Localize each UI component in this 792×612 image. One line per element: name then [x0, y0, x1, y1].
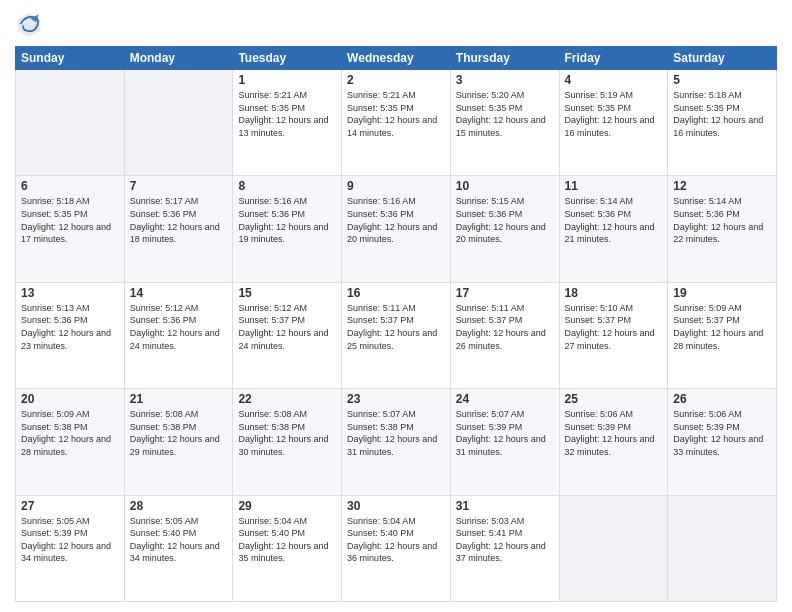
- calendar-cell: 28Sunrise: 5:05 AMSunset: 5:40 PMDayligh…: [124, 495, 233, 601]
- day-info: Sunrise: 5:06 AMSunset: 5:39 PMDaylight:…: [565, 408, 663, 458]
- day-info: Sunrise: 5:18 AMSunset: 5:35 PMDaylight:…: [21, 195, 119, 245]
- day-info: Sunrise: 5:16 AMSunset: 5:36 PMDaylight:…: [238, 195, 336, 245]
- calendar-cell: 29Sunrise: 5:04 AMSunset: 5:40 PMDayligh…: [233, 495, 342, 601]
- calendar-cell: 26Sunrise: 5:06 AMSunset: 5:39 PMDayligh…: [668, 389, 777, 495]
- day-info: Sunrise: 5:09 AMSunset: 5:38 PMDaylight:…: [21, 408, 119, 458]
- day-number: 7: [130, 179, 228, 193]
- day-number: 25: [565, 392, 663, 406]
- calendar-cell: 12Sunrise: 5:14 AMSunset: 5:36 PMDayligh…: [668, 176, 777, 282]
- day-info: Sunrise: 5:16 AMSunset: 5:36 PMDaylight:…: [347, 195, 445, 245]
- calendar-week-row: 1Sunrise: 5:21 AMSunset: 5:35 PMDaylight…: [16, 70, 777, 176]
- calendar-cell: [559, 495, 668, 601]
- day-number: 11: [565, 179, 663, 193]
- day-info: Sunrise: 5:08 AMSunset: 5:38 PMDaylight:…: [130, 408, 228, 458]
- calendar-week-row: 27Sunrise: 5:05 AMSunset: 5:39 PMDayligh…: [16, 495, 777, 601]
- logo: [15, 10, 47, 38]
- day-number: 8: [238, 179, 336, 193]
- calendar-cell: 2Sunrise: 5:21 AMSunset: 5:35 PMDaylight…: [342, 70, 451, 176]
- day-number: 19: [673, 286, 771, 300]
- day-info: Sunrise: 5:17 AMSunset: 5:36 PMDaylight:…: [130, 195, 228, 245]
- day-info: Sunrise: 5:05 AMSunset: 5:39 PMDaylight:…: [21, 515, 119, 565]
- calendar-cell: 21Sunrise: 5:08 AMSunset: 5:38 PMDayligh…: [124, 389, 233, 495]
- calendar-cell: 25Sunrise: 5:06 AMSunset: 5:39 PMDayligh…: [559, 389, 668, 495]
- day-info: Sunrise: 5:09 AMSunset: 5:37 PMDaylight:…: [673, 302, 771, 352]
- day-info: Sunrise: 5:04 AMSunset: 5:40 PMDaylight:…: [347, 515, 445, 565]
- calendar-cell: 24Sunrise: 5:07 AMSunset: 5:39 PMDayligh…: [450, 389, 559, 495]
- calendar-cell: 7Sunrise: 5:17 AMSunset: 5:36 PMDaylight…: [124, 176, 233, 282]
- calendar-cell: 22Sunrise: 5:08 AMSunset: 5:38 PMDayligh…: [233, 389, 342, 495]
- calendar-cell: [16, 70, 125, 176]
- day-number: 26: [673, 392, 771, 406]
- calendar-cell: 5Sunrise: 5:18 AMSunset: 5:35 PMDaylight…: [668, 70, 777, 176]
- calendar-cell: 31Sunrise: 5:03 AMSunset: 5:41 PMDayligh…: [450, 495, 559, 601]
- day-info: Sunrise: 5:11 AMSunset: 5:37 PMDaylight:…: [347, 302, 445, 352]
- calendar-cell: 14Sunrise: 5:12 AMSunset: 5:36 PMDayligh…: [124, 282, 233, 388]
- weekday-header-monday: Monday: [124, 47, 233, 70]
- day-number: 30: [347, 499, 445, 513]
- calendar-cell: 15Sunrise: 5:12 AMSunset: 5:37 PMDayligh…: [233, 282, 342, 388]
- weekday-header-sunday: Sunday: [16, 47, 125, 70]
- calendar-week-row: 13Sunrise: 5:13 AMSunset: 5:36 PMDayligh…: [16, 282, 777, 388]
- day-number: 16: [347, 286, 445, 300]
- day-number: 14: [130, 286, 228, 300]
- calendar-cell: 9Sunrise: 5:16 AMSunset: 5:36 PMDaylight…: [342, 176, 451, 282]
- calendar-cell: 19Sunrise: 5:09 AMSunset: 5:37 PMDayligh…: [668, 282, 777, 388]
- calendar-week-row: 20Sunrise: 5:09 AMSunset: 5:38 PMDayligh…: [16, 389, 777, 495]
- day-info: Sunrise: 5:12 AMSunset: 5:36 PMDaylight:…: [130, 302, 228, 352]
- day-info: Sunrise: 5:14 AMSunset: 5:36 PMDaylight:…: [565, 195, 663, 245]
- day-info: Sunrise: 5:04 AMSunset: 5:40 PMDaylight:…: [238, 515, 336, 565]
- day-number: 13: [21, 286, 119, 300]
- day-number: 29: [238, 499, 336, 513]
- day-info: Sunrise: 5:11 AMSunset: 5:37 PMDaylight:…: [456, 302, 554, 352]
- day-number: 18: [565, 286, 663, 300]
- day-info: Sunrise: 5:06 AMSunset: 5:39 PMDaylight:…: [673, 408, 771, 458]
- calendar-cell: 1Sunrise: 5:21 AMSunset: 5:35 PMDaylight…: [233, 70, 342, 176]
- weekday-header-row: SundayMondayTuesdayWednesdayThursdayFrid…: [16, 47, 777, 70]
- day-info: Sunrise: 5:10 AMSunset: 5:37 PMDaylight:…: [565, 302, 663, 352]
- calendar-cell: 18Sunrise: 5:10 AMSunset: 5:37 PMDayligh…: [559, 282, 668, 388]
- calendar-cell: 20Sunrise: 5:09 AMSunset: 5:38 PMDayligh…: [16, 389, 125, 495]
- day-info: Sunrise: 5:18 AMSunset: 5:35 PMDaylight:…: [673, 89, 771, 139]
- logo-icon: [15, 10, 43, 38]
- day-number: 22: [238, 392, 336, 406]
- day-number: 1: [238, 73, 336, 87]
- calendar-cell: 17Sunrise: 5:11 AMSunset: 5:37 PMDayligh…: [450, 282, 559, 388]
- day-number: 20: [21, 392, 119, 406]
- calendar-cell: 6Sunrise: 5:18 AMSunset: 5:35 PMDaylight…: [16, 176, 125, 282]
- day-number: 4: [565, 73, 663, 87]
- weekday-header-wednesday: Wednesday: [342, 47, 451, 70]
- calendar-cell: 16Sunrise: 5:11 AMSunset: 5:37 PMDayligh…: [342, 282, 451, 388]
- day-info: Sunrise: 5:03 AMSunset: 5:41 PMDaylight:…: [456, 515, 554, 565]
- calendar-cell: 3Sunrise: 5:20 AMSunset: 5:35 PMDaylight…: [450, 70, 559, 176]
- day-info: Sunrise: 5:05 AMSunset: 5:40 PMDaylight:…: [130, 515, 228, 565]
- day-info: Sunrise: 5:19 AMSunset: 5:35 PMDaylight:…: [565, 89, 663, 139]
- calendar-table: SundayMondayTuesdayWednesdayThursdayFrid…: [15, 46, 777, 602]
- weekday-header-thursday: Thursday: [450, 47, 559, 70]
- day-number: 27: [21, 499, 119, 513]
- day-number: 31: [456, 499, 554, 513]
- day-info: Sunrise: 5:13 AMSunset: 5:36 PMDaylight:…: [21, 302, 119, 352]
- day-number: 5: [673, 73, 771, 87]
- day-number: 3: [456, 73, 554, 87]
- calendar-cell: 4Sunrise: 5:19 AMSunset: 5:35 PMDaylight…: [559, 70, 668, 176]
- day-number: 12: [673, 179, 771, 193]
- day-number: 21: [130, 392, 228, 406]
- weekday-header-friday: Friday: [559, 47, 668, 70]
- day-info: Sunrise: 5:14 AMSunset: 5:36 PMDaylight:…: [673, 195, 771, 245]
- page: SundayMondayTuesdayWednesdayThursdayFrid…: [0, 0, 792, 612]
- day-number: 24: [456, 392, 554, 406]
- day-info: Sunrise: 5:07 AMSunset: 5:39 PMDaylight:…: [456, 408, 554, 458]
- day-info: Sunrise: 5:15 AMSunset: 5:36 PMDaylight:…: [456, 195, 554, 245]
- day-number: 9: [347, 179, 445, 193]
- header: [15, 10, 777, 38]
- day-info: Sunrise: 5:12 AMSunset: 5:37 PMDaylight:…: [238, 302, 336, 352]
- calendar-cell: 8Sunrise: 5:16 AMSunset: 5:36 PMDaylight…: [233, 176, 342, 282]
- day-info: Sunrise: 5:07 AMSunset: 5:38 PMDaylight:…: [347, 408, 445, 458]
- day-number: 17: [456, 286, 554, 300]
- calendar-week-row: 6Sunrise: 5:18 AMSunset: 5:35 PMDaylight…: [16, 176, 777, 282]
- day-info: Sunrise: 5:08 AMSunset: 5:38 PMDaylight:…: [238, 408, 336, 458]
- day-info: Sunrise: 5:21 AMSunset: 5:35 PMDaylight:…: [238, 89, 336, 139]
- calendar-cell: 30Sunrise: 5:04 AMSunset: 5:40 PMDayligh…: [342, 495, 451, 601]
- day-info: Sunrise: 5:20 AMSunset: 5:35 PMDaylight:…: [456, 89, 554, 139]
- day-number: 23: [347, 392, 445, 406]
